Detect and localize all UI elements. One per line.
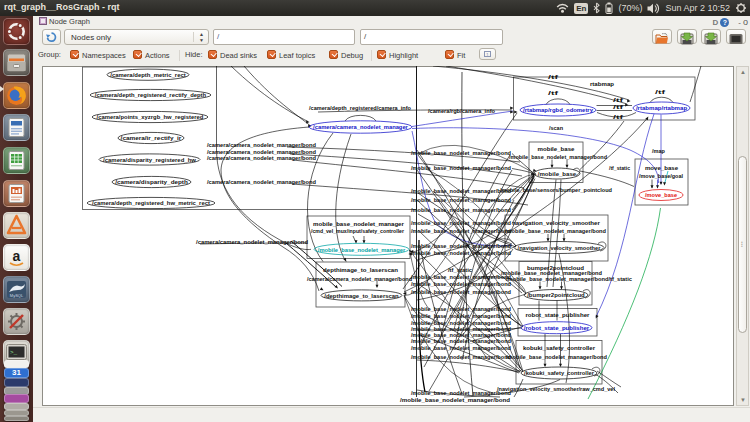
svg-text:mobile_base_nodelet_manager: mobile_base_nodelet_manager <box>313 220 404 227</box>
svg-text:/kobuki_safety_controller: /kobuki_safety_controller <box>524 370 595 376</box>
svg-text:/mobile_base_nodelet_manager/b: /mobile_base_nodelet_manager/bond <box>411 250 512 256</box>
svg-text:/mobile_base_nodelet_manager/b: /mobile_base_nodelet_manager/bond <box>411 354 512 360</box>
svg-text:/tf_static: /tf_static <box>448 267 472 273</box>
svg-text:/tf_static: /tf_static <box>609 165 630 171</box>
svg-text:/mobile_base_nodelet_manager/b: /mobile_base_nodelet_manager/bond <box>411 313 512 319</box>
svg-text:/camera/ir_rectify_ir: /camera/ir_rectify_ir <box>121 135 183 141</box>
svg-text:/camera/camera_nodelet_manager: /camera/camera_nodelet_manager <box>313 124 409 130</box>
svg-text:move_base: move_base <box>645 164 679 171</box>
svg-text:/mobile_base_nodelet_manager: /mobile_base_nodelet_manager <box>318 247 406 253</box>
svg-text:navigation_velocity_smoother: navigation_velocity_smoother <box>512 219 600 226</box>
svg-text:/camera/rgb/camera_info: /camera/rgb/camera_info <box>428 108 496 114</box>
svg-text:/tf: /tf <box>613 104 623 110</box>
svg-text:/camera/camera_nodelet_manager: /camera/camera_nodelet_manager/bond <box>207 179 317 185</box>
svg-text:/mobile_base_nodelet_manager/b: /mobile_base_nodelet_manager/bond <box>501 270 603 276</box>
svg-text:/mobile_base_nodelet_manager/b: /mobile_base_nodelet_manager/bond <box>411 274 512 280</box>
svg-text:/camera/depth_metric_rect: /camera/depth_metric_rect <box>110 72 186 78</box>
svg-text:/mobile_base_nodelet_manager/b: /mobile_base_nodelet_manager/bond/tf_sta… <box>506 276 632 282</box>
svg-text:/camera/depth_registered_hw_me: /camera/depth_registered_hw_metric_rect <box>92 200 210 206</box>
svg-text:/camera/camera_nodelet_manager: /camera/camera_nodelet_manager/bond <box>207 142 317 148</box>
svg-text:/map: /map <box>652 148 666 154</box>
svg-text:/robot_state_publisher: /robot_state_publisher <box>524 325 590 331</box>
svg-text:/mobile_base_nodelet_manager/b: /mobile_base_nodelet_manager/bond <box>506 354 608 360</box>
svg-text:/mobile_base_nodelet_manager/b: /mobile_base_nodelet_manager/bond <box>411 165 512 171</box>
svg-text:rtabmap: rtabmap <box>590 80 614 87</box>
svg-text:/mobile_base_nodelet_manager/b: /mobile_base_nodelet_manager/bond <box>505 228 607 234</box>
svg-text:/bumper2pointcloud: /bumper2pointcloud <box>527 292 585 298</box>
svg-text:/mobile_base_nodelet_manager/b: /mobile_base_nodelet_manager/bond <box>411 220 512 226</box>
svg-text:/cmd_vel_mux/input/safety_cont: /cmd_vel_mux/input/safety_controller <box>311 228 405 234</box>
svg-text:/camera/camera_nodelet_manager: /camera/camera_nodelet_manager/bond <box>307 276 412 282</box>
svg-text:/mobile_base/sensors/bumper_po: /mobile_base/sensors/bumper_pointcloud <box>500 187 613 193</box>
svg-text:/mobile_base_nodelet_manager/b: /mobile_base_nodelet_manager/bond <box>411 345 512 351</box>
svg-text:/mobile_base_nodelet_manager/b: /mobile_base_nodelet_manager/bond <box>411 281 512 287</box>
svg-text:/navigation_velocity_smoother: /navigation_velocity_smoother <box>518 245 602 251</box>
svg-text:mobile_base: mobile_base <box>538 145 576 152</box>
svg-text:/mobile_base_nodelet_manager/b: /mobile_base_nodelet_manager/bond <box>411 338 512 344</box>
svg-text:/mobile_base_nodelet_manager/b: /mobile_base_nodelet_manager/bond <box>411 243 512 249</box>
svg-text:/tf: /tf <box>548 74 558 80</box>
svg-text:/navigation_velocity_smoother/: /navigation_velocity_smoother/raw_cmd_ve… <box>497 386 615 392</box>
svg-text:/scan: /scan <box>549 125 564 131</box>
svg-text:kobuki_safety_controller: kobuki_safety_controller <box>523 344 596 351</box>
svg-text:/camera/disparity_depth: /camera/disparity_depth <box>115 179 188 185</box>
svg-text:/camera/camera_nodelet_manager: /camera/camera_nodelet_manager/bond <box>207 155 317 161</box>
svg-text:/mobile_base_nodelet_manager/b: /mobile_base_nodelet_manager/bond <box>411 207 512 213</box>
svg-text:/mobile_base_nodelet_manager/b: /mobile_base_nodelet_manager/bond <box>411 228 512 234</box>
svg-text:/rtabmap/rgbd_odometry: /rtabmap/rgbd_odometry <box>523 107 594 113</box>
svg-text:/camera/disparity_registered_h: /camera/disparity_registered_hw <box>103 157 197 163</box>
svg-text:/mobile_base_nodelet_manager/b: /mobile_base_nodelet_manager/bond <box>411 306 512 312</box>
svg-text:/mobile_base_nodelet_manager/b: /mobile_base_nodelet_manager/bond <box>411 289 512 295</box>
svg-text:/tf: /tf <box>613 97 623 103</box>
svg-text:/move_base/goal: /move_base/goal <box>639 173 683 179</box>
svg-text:/move_base: /move_base <box>645 192 677 198</box>
svg-text:/mobile_base_nodelet_manager/b: /mobile_base_nodelet_manager/bond <box>411 320 512 326</box>
svg-text:robot_state_publisher: robot_state_publisher <box>526 311 591 318</box>
svg-text:/mobile_base_nodelet_manager/b: /mobile_base_nodelet_manager/bond <box>411 197 512 203</box>
svg-text:/mobile_base_nodelet_manager/b: /mobile_base_nodelet_manager/bond <box>411 390 512 396</box>
svg-text:/camera/depth_registered_recti: /camera/depth_registered_rectify_depth <box>95 92 207 98</box>
svg-text:/camera/camera_nodelet_manager: /camera/camera_nodelet_manager/bond <box>207 149 317 155</box>
svg-text:/tf: /tf <box>613 114 623 120</box>
svg-text:/rtabmap/rtabmap: /rtabmap/rtabmap <box>636 105 688 111</box>
svg-text:/camera/camera_nodelet_manager: /camera/camera_nodelet_manager/bond <box>196 239 309 245</box>
svg-text:/tf: /tf <box>655 89 665 95</box>
svg-text:/mobile_base: /mobile_base <box>538 171 576 177</box>
svg-text:/mobile_base_nodelet_manager/b: /mobile_base_nodelet_manager/bond <box>411 188 512 194</box>
svg-text:/depthimage_to_laserscan: /depthimage_to_laserscan <box>324 293 399 299</box>
svg-text:/mobile_base_nodelet_manager/b: /mobile_base_nodelet_manager/bond <box>411 150 512 156</box>
svg-text:/mobile_base_nodelet_manager/b: /mobile_base_nodelet_manager/bond <box>400 397 511 403</box>
svg-text:/camera/points_xyzrgb_hw_regis: /camera/points_xyzrgb_hw_registered <box>97 114 204 120</box>
svg-text:/tf: /tf <box>548 90 558 96</box>
svg-text:/mobile_base_nodelet_manager/b: /mobile_base_nodelet_manager/bond <box>509 154 607 160</box>
svg-text:/camera/depth_registered/camer: /camera/depth_registered/camera_info <box>309 105 412 111</box>
svg-text:depthimage_to_laserscan: depthimage_to_laserscan <box>323 266 398 273</box>
